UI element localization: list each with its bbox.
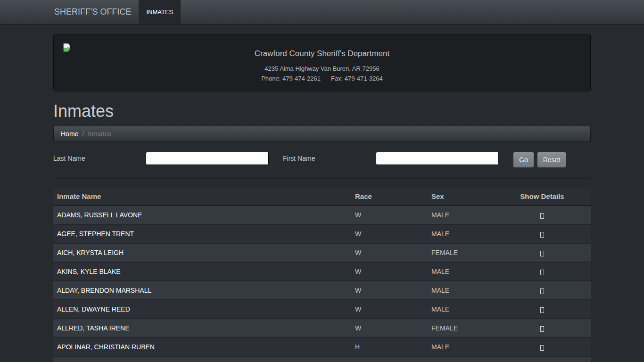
department-fax: Fax: 479-471-3264 — [331, 75, 383, 82]
show-details-icon[interactable] — [540, 232, 544, 238]
cell-show-details — [494, 319, 591, 337]
cell-race: W — [351, 319, 428, 337]
show-details-icon[interactable] — [540, 307, 544, 313]
department-address: 4235 Alma Highway Van Buren, AR 72956 — [63, 65, 581, 73]
header-inmate-name: Inmate Name — [53, 188, 351, 206]
header-race: Race — [351, 188, 428, 206]
go-button[interactable]: Go — [513, 152, 534, 168]
breadcrumb-separator: / — [78, 130, 88, 138]
inmate-search-form: Last Name First Name Go Reset — [53, 152, 591, 168]
table-row: AICH, KRYSTA LEIGH W FEMALE — [53, 243, 591, 262]
cell-race: W — [351, 224, 428, 243]
breadcrumb-home-link[interactable]: Home — [61, 130, 78, 138]
page-title: Inmates — [53, 102, 591, 121]
department-contact: Phone: 479-474-2261Fax: 479-471-3264 — [63, 74, 581, 83]
cell-race: W — [351, 262, 428, 281]
cell-inmate-name: ADAMS, RUSSELL LAVONE — [53, 206, 351, 224]
table-row: ALDAY, BRENDON MARSHALL W MALE — [53, 281, 591, 300]
table-row-partial — [53, 356, 591, 362]
table-row: ALLRED, TASHA IRENE W FEMALE — [53, 319, 591, 337]
last-name-label: Last Name — [53, 152, 146, 165]
inmate-table-body: ADAMS, RUSSELL LAVONE W MALE AGEE, STEPH… — [53, 206, 591, 362]
cell-show-details — [494, 206, 591, 224]
cell-race: W — [351, 300, 428, 319]
header-show-details: Show Details — [494, 188, 591, 206]
cell-show-details — [494, 262, 591, 281]
department-name: Crawford County Sheriff's Department — [63, 49, 581, 58]
reset-button[interactable]: Reset — [537, 152, 567, 168]
inmate-table: Inmate Name Race Sex Show Details ADAMS,… — [53, 188, 591, 362]
table-row: ADAMS, RUSSELL LAVONE W MALE — [53, 206, 591, 224]
navbar-brand[interactable]: SHERIFF'S OFFICE — [53, 0, 139, 24]
cell-inmate-name: AICH, KRYSTA LEIGH — [53, 243, 351, 262]
cell-sex: FEMALE — [428, 319, 494, 337]
show-details-icon[interactable] — [540, 213, 544, 219]
cell-inmate-name: ALLEN, DWAYNE REED — [53, 300, 351, 319]
cell-inmate-name: ALLRED, TASHA IRENE — [53, 319, 351, 337]
department-phone: Phone: 479-474-2261 — [261, 75, 321, 82]
table-row: ALLEN, DWAYNE REED W MALE — [53, 300, 591, 319]
cell-race: H — [351, 337, 428, 356]
table-row: AGEE, STEPHEN TRENT W MALE — [53, 224, 591, 243]
table-row: AKINS, KYLE BLAKE W MALE — [53, 262, 591, 281]
show-details-icon[interactable] — [540, 345, 544, 351]
table-header-row: Inmate Name Race Sex Show Details — [53, 188, 591, 206]
cell-show-details — [494, 281, 591, 300]
show-details-icon[interactable] — [540, 288, 544, 294]
divider — [53, 178, 591, 179]
cell-sex: FEMALE — [428, 243, 494, 262]
cell-inmate-name: ALDAY, BRENDON MARSHALL — [53, 281, 351, 300]
show-details-icon[interactable] — [540, 251, 544, 256]
first-name-label: First Name — [283, 152, 376, 165]
cell-sex: MALE — [428, 281, 494, 300]
cell-race: W — [351, 206, 428, 224]
show-details-icon[interactable] — [540, 270, 544, 275]
cell-race: W — [351, 281, 428, 300]
cell-sex: MALE — [428, 206, 494, 224]
cell-inmate-name: AGEE, STEPHEN TRENT — [53, 224, 351, 243]
cell-inmate-name: APOLINAR, CHRISTIAN RUBEN — [53, 337, 351, 356]
cell-show-details — [494, 337, 591, 356]
cell-show-details — [494, 224, 591, 243]
header-sex: Sex — [428, 188, 494, 206]
show-details-icon[interactable] — [540, 326, 544, 332]
cell-race: W — [351, 243, 428, 262]
cell-show-details — [494, 243, 591, 262]
cell-sex: MALE — [428, 262, 494, 281]
cell-sex: MALE — [428, 337, 494, 356]
cell-show-details — [494, 300, 591, 319]
table-row: APOLINAR, CHRISTIAN RUBEN H MALE — [53, 337, 591, 356]
department-info-panel: Crawford County Sheriff's Department 423… — [53, 34, 591, 91]
cell-sex: MALE — [428, 300, 494, 319]
cell-sex: MALE — [428, 224, 494, 243]
first-name-input[interactable] — [376, 152, 499, 165]
cell-inmate-name: AKINS, KYLE BLAKE — [53, 262, 351, 281]
breadcrumb: Home / Inmates — [53, 126, 591, 142]
breadcrumb-current: Inmates — [88, 130, 111, 138]
navbar: SHERIFF'S OFFICE INMATES — [0, 0, 644, 25]
last-name-input[interactable] — [146, 152, 269, 165]
nav-tab-inmates[interactable]: INMATES — [139, 0, 181, 24]
broken-image-icon — [63, 43, 70, 52]
